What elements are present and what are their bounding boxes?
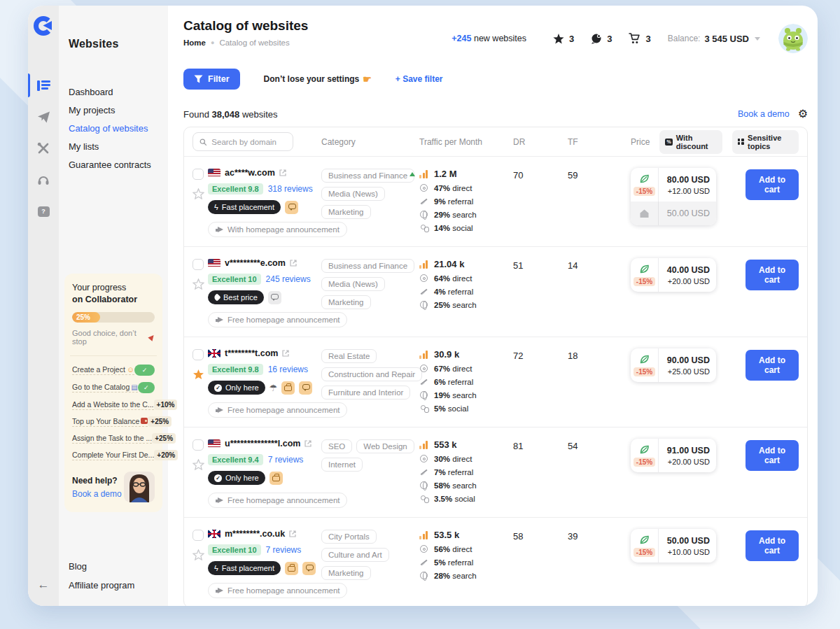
domain-link[interactable]: m********.co.uk bbox=[225, 529, 285, 539]
collapse-sidebar-icon[interactable]: ← bbox=[38, 578, 50, 592]
price-value: 50.00 USD bbox=[667, 536, 710, 546]
favorite-star-icon[interactable] bbox=[192, 549, 204, 560]
row-checkbox[interactable] bbox=[192, 169, 204, 180]
external-link-icon[interactable] bbox=[289, 530, 296, 537]
add-to-cart-button[interactable]: Add to cart bbox=[746, 350, 799, 381]
blog-link[interactable]: Blog bbox=[69, 561, 168, 572]
sidebar-item-dashboard[interactable]: Dashboard bbox=[69, 87, 168, 97]
reviews-link[interactable]: 7 reviews bbox=[266, 545, 302, 555]
chats-icon bbox=[591, 34, 602, 44]
us-flag-icon bbox=[208, 169, 220, 177]
price-extra: +20.00 USD bbox=[668, 458, 710, 466]
gear-icon[interactable]: ⚙ bbox=[798, 108, 808, 120]
favorite-star-icon-active[interactable] bbox=[192, 369, 204, 380]
row-checkbox[interactable] bbox=[192, 439, 204, 451]
affiliate-program-link[interactable]: Affiliate program bbox=[69, 580, 168, 591]
megaphone-icon bbox=[216, 226, 223, 233]
domain-link[interactable]: u**************l.com bbox=[225, 439, 300, 448]
user-avatar[interactable] bbox=[778, 24, 808, 53]
sensitive-topics-toggle[interactable]: Sensitive topics bbox=[732, 130, 799, 154]
price-extra: +10.00 USD bbox=[668, 548, 710, 556]
dashboard-icon[interactable] bbox=[28, 73, 59, 98]
task-link[interactable]: Add a Website to the C... bbox=[72, 400, 154, 410]
reviews-link[interactable]: 318 reviews bbox=[268, 184, 313, 194]
websites-table: Category Traffic per Month DR TF Price %… bbox=[183, 127, 808, 606]
add-to-cart-button[interactable]: Add to cart bbox=[746, 440, 799, 471]
task-link[interactable]: Assign the Task to the ... bbox=[72, 434, 152, 444]
traffic-cell: 30.9 k 67% direct 6% referral 19% search… bbox=[419, 348, 513, 413]
book-demo-link-top[interactable]: Book a demo bbox=[738, 109, 790, 119]
chat-badge bbox=[302, 562, 316, 575]
chats-counter[interactable]: 3 bbox=[591, 34, 612, 44]
help-icon[interactable]: ? bbox=[28, 199, 59, 224]
reviews-link[interactable]: 7 reviews bbox=[268, 455, 304, 465]
external-link-icon[interactable] bbox=[290, 260, 297, 267]
sidebar-title: Websites bbox=[59, 6, 168, 50]
sidebar-item-catalog[interactable]: Catalog of websites bbox=[69, 123, 168, 134]
sidebar-item-my-lists[interactable]: My lists bbox=[69, 141, 168, 152]
tools-icon[interactable] bbox=[28, 136, 59, 161]
book-demo-link[interactable]: Book a demo bbox=[72, 489, 122, 499]
favorite-star-icon[interactable] bbox=[192, 188, 204, 199]
row-checkbox[interactable] bbox=[192, 530, 204, 541]
favorites-counter[interactable]: 3 bbox=[553, 34, 574, 44]
column-category: Category bbox=[321, 137, 419, 147]
collaborator-logo-icon[interactable] bbox=[33, 15, 54, 36]
add-to-cart-button[interactable]: Add to cart bbox=[746, 169, 799, 200]
table-row: m********.co.uk Excellent 10 7 reviews ϟ… bbox=[184, 518, 807, 606]
add-to-cart-button[interactable]: Add to cart bbox=[746, 260, 799, 290]
search-icon bbox=[200, 138, 206, 146]
tag-icon bbox=[213, 293, 220, 301]
external-link-icon[interactable] bbox=[304, 440, 312, 447]
progress-card: Your progress on Collaborator 25% Good c… bbox=[64, 274, 162, 512]
icon-rail: ? ← bbox=[28, 6, 59, 606]
filter-button[interactable]: Filter bbox=[183, 69, 240, 90]
task-link[interactable]: Go to the Catalog▤ bbox=[72, 383, 138, 393]
leaf-icon bbox=[639, 535, 650, 545]
traffic-value: 553 k bbox=[434, 439, 457, 450]
domain-link[interactable]: t********t.com bbox=[225, 348, 278, 358]
need-help-block: Need help? Book a demo bbox=[72, 472, 155, 502]
domain-link[interactable]: ac****w.com bbox=[225, 168, 275, 178]
external-link-icon[interactable] bbox=[279, 169, 286, 176]
settings-hint: Don’t lose your settings ☛ bbox=[264, 73, 372, 85]
sidebar-footer: Blog Affiliate program bbox=[59, 561, 168, 591]
direct-icon bbox=[419, 544, 428, 553]
sidebar-item-guarantee-contracts[interactable]: Guarantee contracts bbox=[69, 160, 168, 170]
save-filter-link[interactable]: + Save filter bbox=[396, 74, 443, 84]
price-extra: +12.00 USD bbox=[668, 187, 710, 195]
funnel-icon bbox=[194, 75, 203, 83]
with-discount-toggle[interactable]: % With discount bbox=[659, 130, 722, 154]
reviews-link[interactable]: 16 reviews bbox=[268, 365, 308, 374]
price-card: -15% 90.00 USD +25.00 USD bbox=[631, 348, 716, 382]
announcement-pill: Free homepage announcement bbox=[208, 493, 347, 508]
category-pill: Real Estate bbox=[321, 349, 377, 363]
external-link-icon[interactable] bbox=[282, 350, 289, 357]
discount-badge: -15% bbox=[634, 458, 655, 467]
task-done-badge[interactable]: ✓ bbox=[138, 382, 155, 393]
add-to-cart-button[interactable]: Add to cart bbox=[746, 530, 799, 561]
task-link[interactable]: Complete Your First De... bbox=[72, 451, 154, 460]
task-link[interactable]: Top up Your Balance bbox=[72, 417, 148, 427]
task-link[interactable]: Create a Project☺ bbox=[72, 365, 134, 375]
breadcrumb-home[interactable]: Home bbox=[183, 38, 206, 47]
cart-counter[interactable]: 3 bbox=[629, 33, 650, 44]
favorite-star-icon[interactable] bbox=[192, 459, 204, 470]
sidebar-item-my-projects[interactable]: My projects bbox=[69, 105, 168, 115]
reviews-link[interactable]: 245 reviews bbox=[266, 274, 311, 284]
cart-icon bbox=[629, 33, 640, 44]
search-input[interactable] bbox=[211, 138, 286, 146]
feature-pill: ✓Only here bbox=[208, 381, 265, 395]
headset-icon[interactable] bbox=[28, 167, 59, 192]
paper-plane-icon[interactable] bbox=[28, 104, 59, 129]
row-checkbox[interactable] bbox=[192, 259, 204, 270]
main-content: Catalog of websites Home ● Catalog of we… bbox=[168, 6, 818, 606]
balance-dropdown[interactable]: Balance: 3 545 USD bbox=[668, 34, 760, 44]
domain-link[interactable]: v*********e.com bbox=[225, 258, 286, 268]
category-pill: Business and Finance bbox=[321, 259, 414, 273]
favorite-star-icon[interactable] bbox=[192, 278, 204, 290]
row-checkbox[interactable] bbox=[192, 349, 204, 360]
task-done-badge[interactable]: ✓ bbox=[134, 365, 155, 376]
dr-value: 58 bbox=[513, 529, 568, 542]
domain-search[interactable] bbox=[192, 132, 293, 151]
